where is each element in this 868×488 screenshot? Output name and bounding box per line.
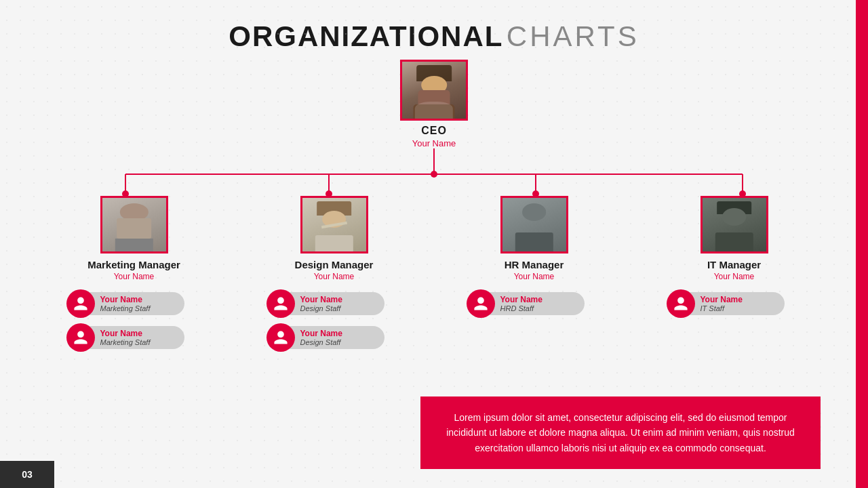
staff-name: Your Name	[100, 329, 178, 338]
tree-connector-svg	[14, 148, 854, 203]
person-icon	[273, 296, 289, 312]
manager-role-design: Design Manager	[295, 259, 374, 270]
manager-card-hr: HR Manager Your Name Your Name HRD Staff	[460, 196, 609, 352]
right-accent-bar	[856, 0, 868, 488]
staff-role: IT Staff	[701, 304, 778, 312]
title-light: CHARTS	[507, 20, 639, 52]
manager-photo-it	[701, 196, 768, 253]
staff-item: Your Name Design Staff	[267, 323, 402, 352]
staff-name: Your Name	[500, 295, 578, 304]
lorem-box: Lorem ipsum dolor sit amet, consectetur …	[420, 396, 821, 469]
title-bold: ORGANIZATIONAL	[229, 20, 503, 52]
staff-list-marketing: Your Name Marketing Staff Your Name Mark…	[66, 289, 202, 352]
staff-info: Your Name Marketing Staff	[90, 292, 184, 315]
staff-avatar	[267, 289, 295, 318]
manager-role-hr: HR Manager	[505, 259, 564, 270]
ceo-card: CEO Your Name	[400, 60, 468, 148]
staff-role: Marketing Staff	[100, 304, 178, 312]
staff-name: Your Name	[300, 295, 378, 304]
manager-role-it: IT Manager	[707, 259, 761, 270]
staff-avatar	[66, 289, 95, 318]
staff-avatar	[467, 289, 495, 318]
staff-role: HRD Staff	[500, 304, 578, 312]
manager-name-hr: Your Name	[514, 272, 555, 281]
manager-card-marketing: Marketing Manager Your Name Your Name Ma…	[60, 196, 209, 352]
ceo-role: CEO	[421, 125, 447, 137]
person-icon	[73, 296, 89, 312]
staff-item: Your Name Marketing Staff	[66, 289, 202, 318]
page-number: 03	[0, 461, 54, 488]
svg-point-6	[326, 190, 332, 197]
staff-item: Your Name Design Staff	[267, 289, 402, 318]
svg-point-10	[739, 190, 746, 197]
manager-name-design: Your Name	[314, 272, 355, 281]
staff-info: Your Name Design Staff	[290, 326, 384, 349]
manager-photo-marketing	[100, 196, 168, 253]
manager-photo-design	[300, 196, 368, 253]
staff-avatar	[667, 289, 695, 318]
manager-name-it: Your Name	[714, 272, 755, 281]
staff-role: Design Staff	[300, 304, 378, 312]
ceo-photo	[400, 60, 468, 121]
staff-name: Your Name	[300, 329, 378, 338]
staff-info: Your Name Design Staff	[290, 292, 384, 315]
ceo-level: CEO Your Name	[14, 60, 854, 148]
manager-role-marketing: Marketing Manager	[87, 259, 180, 270]
staff-name: Your Name	[701, 295, 778, 304]
managers-level: Marketing Manager Your Name Your Name Ma…	[14, 196, 854, 352]
manager-card-it: IT Manager Your Name Your Name IT Staff	[660, 196, 809, 352]
svg-point-8	[532, 190, 539, 197]
manager-photo-hr	[500, 196, 568, 253]
manager-name-marketing: Your Name	[114, 272, 155, 281]
person-icon	[473, 296, 489, 312]
staff-list-design: Your Name Design Staff Your Name Design …	[267, 289, 402, 352]
staff-list-it: Your Name IT Staff	[667, 289, 802, 318]
page-title: ORGANIZATIONAL CHARTS	[0, 0, 868, 53]
person-icon	[73, 329, 89, 346]
staff-info: Your Name Marketing Staff	[90, 326, 184, 349]
staff-avatar	[66, 323, 95, 352]
staff-role: Marketing Staff	[100, 338, 178, 346]
org-chart: CEO Your Name	[14, 60, 854, 352]
staff-list-hr: Your Name HRD Staff	[467, 289, 602, 318]
staff-info: Your Name IT Staff	[690, 292, 785, 315]
staff-item: Your Name Marketing Staff	[66, 323, 202, 352]
staff-item: Your Name IT Staff	[667, 289, 802, 318]
ceo-name: Your Name	[412, 138, 456, 148]
staff-info: Your Name HRD Staff	[490, 292, 585, 315]
staff-role: Design Staff	[300, 338, 378, 346]
person-icon	[273, 329, 289, 346]
staff-item: Your Name HRD Staff	[467, 289, 602, 318]
person-icon	[673, 296, 689, 312]
staff-avatar	[267, 323, 295, 352]
manager-card-design: Design Manager Your Name Your Name Desig…	[260, 196, 409, 352]
staff-name: Your Name	[100, 295, 178, 304]
svg-point-4	[122, 190, 129, 197]
